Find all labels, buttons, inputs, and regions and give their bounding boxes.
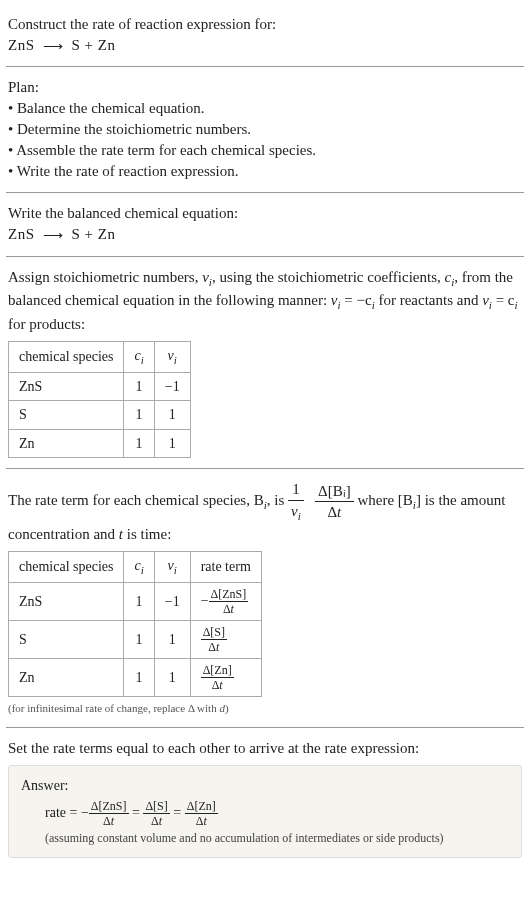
rate-frac: Δ[S]Δt bbox=[201, 625, 227, 654]
assumption-note: (assuming constant volume and no accumul… bbox=[21, 830, 509, 847]
text: Assign stoichiometric numbers, bbox=[8, 269, 202, 285]
equals: = bbox=[129, 805, 144, 820]
balanced-intro: Write the balanced chemical equation: bbox=[8, 203, 522, 224]
text: The rate term for each chemical species,… bbox=[8, 492, 264, 508]
text: for products: bbox=[8, 316, 85, 332]
frac-num: Δ[Zn] bbox=[185, 799, 218, 814]
balanced-lhs: ZnS bbox=[8, 226, 35, 242]
cell-species: ZnS bbox=[9, 372, 124, 401]
construct-prompt: Construct the rate of reaction expressio… bbox=[8, 14, 522, 35]
frac-den: Δt bbox=[315, 502, 354, 523]
plan-item: Balance the chemical equation. bbox=[8, 98, 522, 119]
text: , is bbox=[267, 492, 288, 508]
col-species: chemical species bbox=[9, 552, 124, 583]
set-equal-section: Set the rate terms equal to each other t… bbox=[6, 732, 524, 864]
divider bbox=[6, 727, 524, 728]
cell-nu: −1 bbox=[154, 583, 190, 621]
cell-species: S bbox=[9, 401, 124, 430]
term-zns: Δ[ZnS]Δt bbox=[89, 799, 129, 828]
cell-species: Zn bbox=[9, 659, 124, 697]
frac-num: Δ[S] bbox=[143, 799, 169, 814]
text: where [B bbox=[357, 492, 412, 508]
col-nui: νi bbox=[154, 552, 190, 583]
text: is time: bbox=[123, 526, 171, 542]
plan-item: Determine the stoichiometric numbers. bbox=[8, 119, 522, 140]
cell-nu: 1 bbox=[154, 621, 190, 659]
cell-c: 1 bbox=[124, 429, 154, 458]
reaction-arrow-icon: ⟶ bbox=[39, 39, 68, 54]
term-s: Δ[S]Δt bbox=[143, 799, 169, 828]
text: for reactants and bbox=[375, 292, 482, 308]
rateterm-intro: The rate term for each chemical species,… bbox=[8, 479, 522, 545]
cell-rate-term: Δ[S]Δt bbox=[190, 621, 261, 659]
frac-num: Δ[Bᵢ] bbox=[315, 481, 354, 503]
col-species: chemical species bbox=[9, 341, 124, 372]
plan-list: Balance the chemical equation. Determine… bbox=[8, 98, 522, 182]
plan-item: Write the rate of reaction expression. bbox=[8, 161, 522, 182]
table-row: S 1 1 bbox=[9, 401, 191, 430]
infinitesimal-note: (for infinitesimal rate of change, repla… bbox=[8, 701, 522, 716]
frac-den: νi bbox=[288, 501, 304, 524]
cell-rate-term: Δ[Zn]Δt bbox=[190, 659, 261, 697]
frac-den: Δt bbox=[209, 602, 249, 616]
text: = c bbox=[492, 292, 515, 308]
divider bbox=[6, 256, 524, 257]
col-nui: νi bbox=[154, 341, 190, 372]
c-sub: i bbox=[515, 299, 518, 311]
balanced-section: Write the balanced chemical equation: Zn… bbox=[6, 197, 524, 251]
rate-expression: rate = −Δ[ZnS]Δt = Δ[S]Δt = Δ[Zn]Δt bbox=[21, 799, 509, 828]
stoichiometry-section: Assign stoichiometric numbers, νi, using… bbox=[6, 261, 524, 465]
term-zn: Δ[Zn]Δt bbox=[185, 799, 218, 828]
cell-species: ZnS bbox=[9, 583, 124, 621]
divider bbox=[6, 192, 524, 193]
rate-frac: Δ[ZnS]Δt bbox=[209, 587, 249, 616]
stoichiometry-table: chemical species ci νi ZnS 1 −1 S 1 1 Zn… bbox=[8, 341, 191, 459]
frac-num: Δ[ZnS] bbox=[209, 587, 249, 602]
col-rate-term: rate term bbox=[190, 552, 261, 583]
col-ci: ci bbox=[124, 552, 154, 583]
table-row: Zn 1 1 Δ[Zn]Δt bbox=[9, 659, 262, 697]
cell-nu: −1 bbox=[154, 372, 190, 401]
delta-b-over-delta-t-frac: Δ[Bᵢ] Δt bbox=[315, 481, 354, 523]
divider bbox=[6, 468, 524, 469]
one-over-nu-frac: 1 νi bbox=[288, 479, 304, 524]
equation-lhs: ZnS bbox=[8, 37, 35, 53]
cell-species: Zn bbox=[9, 429, 124, 458]
plan-title: Plan: bbox=[8, 77, 522, 98]
divider bbox=[6, 66, 524, 67]
table-row: Zn 1 1 bbox=[9, 429, 191, 458]
table-header-row: chemical species ci νi bbox=[9, 341, 191, 372]
frac-den: Δt bbox=[89, 814, 129, 828]
nu-sub: i bbox=[298, 510, 301, 522]
table-row: S 1 1 Δ[S]Δt bbox=[9, 621, 262, 659]
set-equal-text: Set the rate terms equal to each other t… bbox=[8, 738, 522, 759]
balanced-rhs: S + Zn bbox=[72, 226, 116, 242]
nu-symbol: ν bbox=[291, 503, 298, 519]
rate-term-table: chemical species ci νi rate term ZnS 1 −… bbox=[8, 551, 262, 697]
cell-nu: 1 bbox=[154, 429, 190, 458]
cell-c: 1 bbox=[124, 659, 154, 697]
rate-term-section: The rate term for each chemical species,… bbox=[6, 473, 524, 722]
equation-rhs: S + Zn bbox=[72, 37, 116, 53]
cell-species: S bbox=[9, 621, 124, 659]
frac-den: Δt bbox=[185, 814, 218, 828]
frac-num: Δ[ZnS] bbox=[89, 799, 129, 814]
frac-num: 1 bbox=[288, 479, 304, 501]
cell-c: 1 bbox=[124, 583, 154, 621]
reaction-arrow-icon: ⟶ bbox=[39, 228, 68, 243]
table-row: ZnS 1 −1 bbox=[9, 372, 191, 401]
sign: − bbox=[201, 593, 209, 608]
answer-box: Answer: rate = −Δ[ZnS]Δt = Δ[S]Δt = Δ[Zn… bbox=[8, 765, 522, 858]
frac-den: Δt bbox=[143, 814, 169, 828]
equals: = bbox=[170, 805, 185, 820]
frac-den: Δt bbox=[201, 678, 234, 692]
col-ci: ci bbox=[124, 341, 154, 372]
cell-c: 1 bbox=[124, 372, 154, 401]
source-equation: ZnS ⟶ S + Zn bbox=[8, 35, 522, 56]
frac-num: Δ[S] bbox=[201, 625, 227, 640]
plan-item: Assemble the rate term for each chemical… bbox=[8, 140, 522, 161]
plan-section: Plan: Balance the chemical equation. Det… bbox=[6, 71, 524, 188]
nu-symbol: ν bbox=[482, 292, 489, 308]
rate-prefix: rate = − bbox=[45, 805, 89, 820]
rate-frac: Δ[Zn]Δt bbox=[201, 663, 234, 692]
